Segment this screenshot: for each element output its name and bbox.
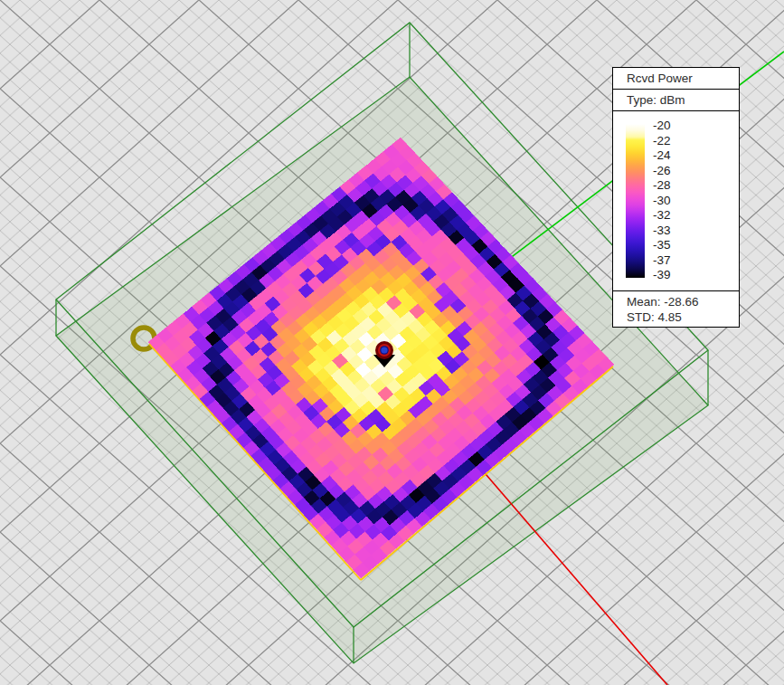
legend-colorbar: [626, 124, 645, 278]
legend-std-value: STD: 4.85: [627, 309, 739, 325]
legend-tick: -32: [653, 208, 671, 222]
legend-tick: -24: [653, 148, 671, 162]
legend-tick: -35: [653, 238, 671, 252]
legend-tick: -26: [653, 164, 671, 177]
legend-stats: Mean: -28.66 STD: 4.85: [613, 290, 739, 327]
legend-tick: -20: [653, 119, 671, 132]
legend-tick: -30: [653, 194, 671, 207]
3d-viewport[interactable]: Rcvd Power Type: dBm -20-22-24-26-28-30-…: [0, 0, 784, 685]
legend-panel: Rcvd Power Type: dBm -20-22-24-26-28-30-…: [612, 67, 740, 328]
legend-tick: -22: [653, 134, 671, 147]
legend-mean-value: Mean: -28.66: [627, 294, 739, 309]
legend-tick: -28: [653, 178, 671, 192]
legend-tick: -33: [653, 224, 671, 237]
legend-tick-labels: -20-22-24-26-28-30-32-33-35-37-39: [653, 68, 734, 294]
legend-tick: -37: [653, 253, 671, 267]
legend-tick: -39: [653, 268, 671, 281]
